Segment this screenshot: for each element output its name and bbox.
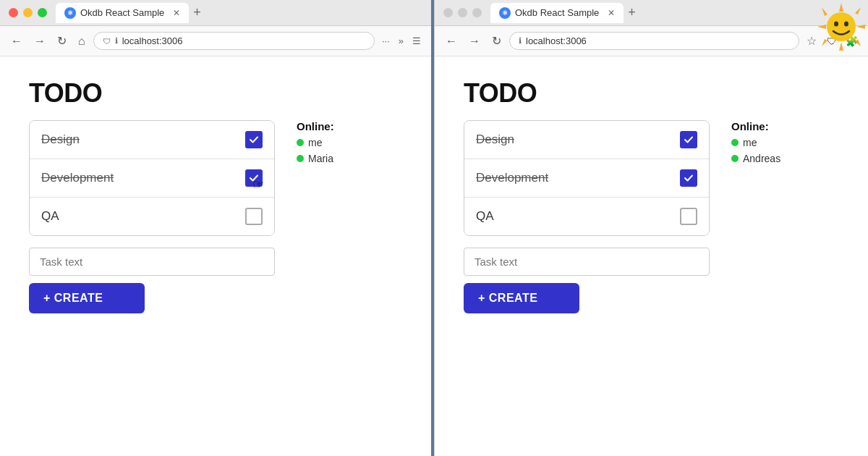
left-online-user-1: me [297,137,334,148]
left-page-content: TODO Design Development [0,56,431,456]
right-close-button[interactable] [443,8,453,17]
right-forward-button[interactable]: → [465,33,484,49]
left-address-input[interactable]: 🛡 ℹ localhost:3006 [93,32,375,50]
left-checkbox-2-wrapper: ☞ [245,169,263,187]
left-create-button[interactable]: + CREATE [29,283,145,313]
right-new-tab-button[interactable]: + [624,5,640,20]
left-tab-title: Okdb React Sample [80,7,164,18]
left-todo-text-1: Design [41,132,80,147]
left-checkbox-2[interactable] [245,169,263,187]
left-tab-icon: ⚛ [64,7,76,19]
left-new-tab-button[interactable]: + [189,5,205,20]
left-maximize-button[interactable] [38,8,47,17]
left-lock-icon: 🛡 [103,37,111,46]
left-close-button[interactable] [9,8,18,17]
left-create-label: + CREATE [43,292,103,305]
left-online-name-1: me [308,137,322,148]
right-tab[interactable]: ⚛ Okdb React Sample ✕ [490,3,624,23]
right-task-input[interactable] [464,248,710,276]
left-checkbox-1[interactable] [245,131,263,148]
right-url-text: localhost:3006 [526,35,587,46]
right-todo-item-3: QA [464,198,709,235]
right-create-button[interactable]: + CREATE [464,283,579,313]
right-todo-list: Design Development [464,120,710,236]
left-address-extra: ··· » ☰ [379,34,424,48]
left-online-label: Online: [297,120,334,132]
left-online-dot-2 [297,155,304,162]
right-todo-item-1: Design [464,121,709,159]
right-main-area: Design Development [464,120,839,236]
left-todo-text-2: Development [41,171,114,185]
left-browser-window: ⚛ Okdb React Sample ✕ + ← → ↻ ⌂ 🛡 ℹ loca… [0,0,431,456]
left-todo-list: Design Development [29,120,275,236]
right-browser-window: ⚛ Okdb React Sample ✕ + ← → ↻ ℹ localhos… [434,0,868,456]
left-tab-close[interactable]: ✕ [173,8,180,18]
right-online-dot-1 [731,139,739,146]
right-bookmark-button[interactable]: ☆ [804,33,820,49]
right-extension-icons: 🛡 🧩 [824,34,861,48]
right-title-bar: ⚛ Okdb React Sample ✕ + [435,0,868,26]
left-todo-text-3: QA [41,209,59,224]
left-todo-item-1: Design [30,121,274,159]
right-maximize-button[interactable] [472,8,482,17]
right-page-content: TODO Design Development [435,56,868,456]
right-tab-title: Okdb React Sample [515,7,599,18]
left-online-dot-1 [297,139,304,146]
left-title-bar: ⚛ Okdb React Sample ✕ + [0,0,431,26]
left-tab[interactable]: ⚛ Okdb React Sample ✕ [56,3,189,23]
right-checkbox-3[interactable] [680,208,697,225]
right-checkbox-2[interactable] [680,169,697,187]
left-task-input[interactable] [29,248,275,276]
left-back-button[interactable]: ← [7,33,26,49]
right-todo-text-3: QA [476,209,494,224]
left-checkbox-3[interactable] [245,208,263,225]
right-address-bar: ← → ↻ ℹ localhost:3006 ☆ 🛡 🧩 [435,26,868,56]
left-online-section: Online: me Maria [297,120,334,164]
right-page-title: TODO [464,78,839,109]
right-info-icon: ℹ [519,36,522,46]
right-online-dot-2 [731,155,739,162]
left-reader-button[interactable]: » [396,34,407,48]
right-tab-close[interactable]: ✕ [608,8,615,18]
right-todo-text-1: Design [476,132,514,147]
right-minimize-button[interactable] [458,8,467,17]
right-online-user-2: Andreas [731,153,780,164]
right-puzzle-icon[interactable]: 🧩 [843,34,861,48]
right-window-controls [443,8,482,17]
right-online-section: Online: me Andreas [731,120,780,164]
right-shield-icon[interactable]: 🛡 [824,34,840,48]
left-window-controls [9,8,47,17]
right-online-name-2: Andreas [743,153,780,164]
left-online-user-2: Maria [297,153,334,164]
left-url-text: localhost:3006 [122,35,183,46]
right-input-area: + CREATE [464,248,710,313]
right-online-user-1: me [731,137,780,148]
right-refresh-button[interactable]: ↻ [488,33,505,49]
left-todo-item-2: Development ☞ [30,159,274,198]
left-address-bar: ← → ↻ ⌂ 🛡 ℹ localhost:3006 ··· » ☰ [0,26,431,56]
right-back-button[interactable]: ← [442,33,461,49]
left-minimize-button[interactable] [23,8,33,17]
left-info-icon: ℹ [115,36,118,46]
right-tab-icon: ⚛ [499,7,511,19]
right-todo-text-2: Development [476,171,548,185]
left-online-name-2: Maria [308,153,333,164]
right-online-label: Online: [731,120,780,132]
left-input-area: + CREATE [29,248,275,313]
left-page-title: TODO [29,78,402,109]
right-checkbox-1[interactable] [680,131,697,148]
left-todo-item-3: QA [30,198,274,235]
left-main-area: Design Development [29,120,402,236]
right-address-input[interactable]: ℹ localhost:3006 [509,32,799,50]
left-menu-button[interactable]: ☰ [409,34,424,48]
left-home-button[interactable]: ⌂ [75,33,89,49]
right-todo-item-2: Development [464,159,709,198]
right-create-label: + CREATE [478,292,537,305]
left-refresh-button[interactable]: ↻ [54,33,70,49]
left-more-button[interactable]: ··· [379,34,393,48]
left-forward-button[interactable]: → [30,33,49,49]
right-online-name-1: me [743,137,757,148]
